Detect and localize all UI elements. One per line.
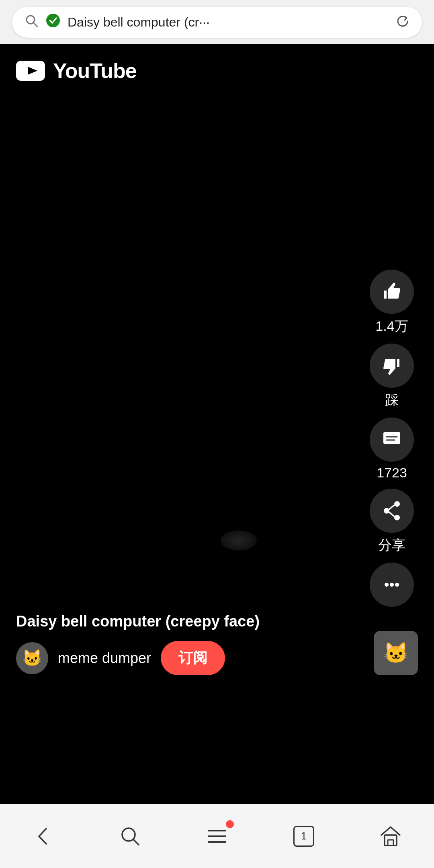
channel-name: meme dumper [58,650,151,667]
svg-point-16 [395,583,399,587]
subscribe-button[interactable]: 订阅 [161,641,225,675]
svg-line-13 [389,512,394,516]
svg-rect-5 [383,432,400,444]
svg-point-9 [394,501,400,507]
video-info: Daisy bell computer (creepy face) 🐱 meme… [0,612,362,687]
address-bar[interactable]: Daisy bell computer (cr··· [0,0,434,44]
svg-point-11 [394,515,400,520]
svg-marker-6 [383,444,387,448]
channel-thumbnail[interactable]: 🐱 [374,631,418,675]
dislike-button[interactable] [370,344,414,388]
search-icon [24,13,39,31]
side-actions: 1.4万 踩 1723 [370,270,414,607]
dislike-label: 踩 [385,391,399,409]
youtube-logo-icon [16,61,45,81]
more-button[interactable] [370,563,414,607]
like-button[interactable] [370,270,414,314]
youtube-header: YouTube [0,44,434,92]
svg-point-14 [385,583,389,587]
comment-button[interactable] [370,418,414,462]
svg-line-18 [133,839,139,845]
nav-back-button[interactable] [19,820,68,852]
nav-tabs-button[interactable]: 1 [280,820,328,852]
svg-point-2 [46,14,60,27]
comment-count: 1723 [377,465,407,481]
channel-avatar[interactable]: 🐱 [16,642,48,674]
channel-row: 🐱 meme dumper 订阅 [16,641,346,675]
share-label: 分享 [378,536,405,555]
reload-icon[interactable] [395,14,410,30]
video-title: Daisy bell computer (creepy face) [16,612,346,631]
video-player[interactable]: 1.4万 踩 1723 [0,92,434,687]
secure-icon [46,13,60,31]
svg-point-15 [390,583,394,587]
address-text[interactable]: Daisy bell computer (cr··· [68,15,388,30]
nav-menu-badge [226,820,234,828]
nav-search-button[interactable] [106,820,154,852]
video-content-face [221,530,257,551]
like-count: 1.4万 [375,317,408,336]
tab-count: 1 [301,830,307,842]
svg-rect-23 [388,840,393,845]
svg-line-12 [389,505,394,509]
svg-line-1 [34,23,37,27]
nav-home-button[interactable] [366,820,415,852]
nav-menu-button[interactable] [193,820,241,852]
share-button[interactable] [370,489,414,533]
bottom-nav: 1 [0,804,434,868]
youtube-logo-text: YouTube [53,59,137,83]
svg-point-10 [384,508,389,514]
